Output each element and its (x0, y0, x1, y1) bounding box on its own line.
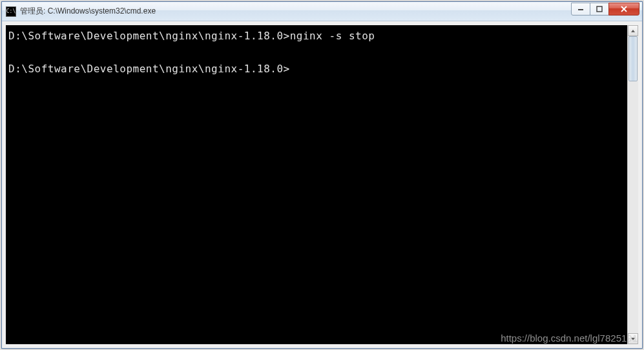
command-text: nginx -s stop (290, 30, 375, 42)
prompt: D:\Software\Development\nginx\nginx-1.18… (8, 30, 290, 42)
vertical-scrollbar[interactable] (627, 25, 638, 344)
terminal-line: D:\Software\Development\nginx\nginx-1.18… (8, 28, 625, 45)
window-title: 管理员: C:\Windows\system32\cmd.exe (20, 6, 572, 17)
titlebar[interactable]: C:\ 管理员: C:\Windows\system32\cmd.exe (2, 2, 642, 21)
close-button[interactable] (608, 3, 639, 15)
scroll-up-button[interactable] (628, 25, 638, 36)
client-area: D:\Software\Development\nginx\nginx-1.18… (2, 21, 642, 348)
scroll-track[interactable] (628, 36, 638, 333)
terminal-line: D:\Software\Development\nginx\nginx-1.18… (8, 61, 625, 77)
minimize-icon (577, 6, 584, 12)
svg-rect-0 (578, 9, 583, 10)
svg-rect-1 (597, 6, 602, 12)
maximize-icon (596, 6, 603, 12)
app-icon-text: C:\ (6, 8, 16, 14)
maximize-button[interactable] (590, 3, 609, 15)
close-icon (621, 6, 627, 12)
chevron-down-icon (630, 336, 636, 342)
cmd-window: C:\ 管理员: C:\Windows\system32\cmd.exe (1, 1, 643, 349)
chevron-up-icon (630, 28, 636, 34)
scroll-down-button[interactable] (628, 333, 638, 344)
window-controls (572, 3, 639, 15)
scroll-thumb[interactable] (628, 36, 638, 81)
terminal-output[interactable]: D:\Software\Development\nginx\nginx-1.18… (6, 25, 627, 344)
app-icon: C:\ (6, 6, 16, 17)
prompt: D:\Software\Development\nginx\nginx-1.18… (8, 63, 290, 75)
minimize-button[interactable] (571, 3, 590, 15)
